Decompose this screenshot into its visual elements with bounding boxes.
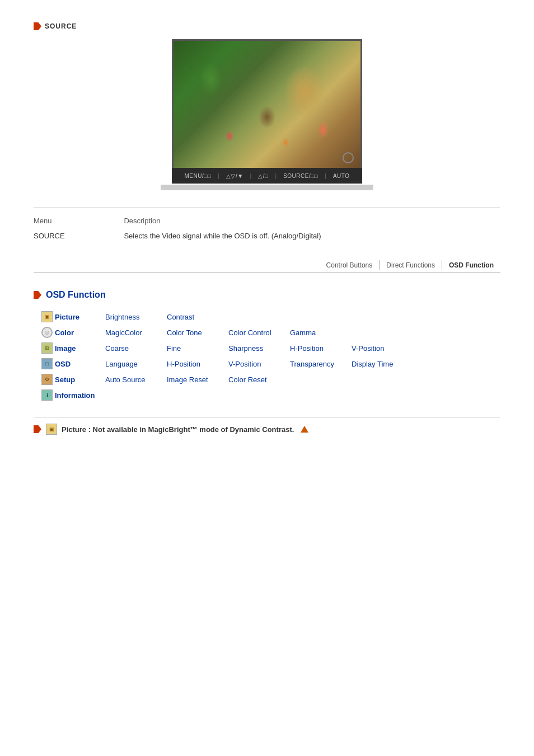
monitor-base-bottom bbox=[161, 185, 373, 190]
category-information: Information bbox=[55, 391, 105, 400]
osd-row-osd: □ OSD Language H-Position V-Position Tra… bbox=[39, 358, 500, 369]
link-image-vposition[interactable]: V-Position bbox=[352, 344, 402, 353]
link-osd-vposition[interactable]: V-Position bbox=[228, 360, 279, 368]
osd-row-setup: ⚙ Setup Auto Source Image Reset Color Re… bbox=[39, 374, 500, 385]
osd-arrow-icon bbox=[34, 291, 41, 299]
link-coarse[interactable]: Coarse bbox=[105, 344, 156, 353]
osd-row-image: ⊞ Image Coarse Fine Sharpness H-Position… bbox=[39, 342, 500, 354]
nav-tabs: Control Buttons Direct Functions OSD Fun… bbox=[34, 260, 500, 273]
monitor-base-top: MENU/□□ | △▽/▼ | △/□ | SOURCE/□□ | AUTO bbox=[172, 168, 362, 184]
osd-header: OSD Function bbox=[34, 290, 500, 300]
setup-icon: ⚙ bbox=[41, 374, 53, 385]
link-gamma[interactable]: Gamma bbox=[290, 328, 340, 337]
row-description: Selects the Video signal while the OSD i… bbox=[124, 228, 500, 243]
tab-osd-function[interactable]: OSD Function bbox=[442, 260, 500, 270]
osd-icon-box: □ bbox=[41, 358, 53, 369]
info-table-section: Menu Description SOURCE Selects the Vide… bbox=[34, 207, 500, 249]
link-auto-source[interactable]: Auto Source bbox=[105, 375, 156, 384]
link-fine[interactable]: Fine bbox=[167, 344, 217, 353]
osd-row-color: ◎ Color MagicColor Color Tone Color Cont… bbox=[39, 327, 500, 338]
color-icon: ◎ bbox=[41, 327, 53, 338]
link-osd-hposition[interactable]: H-Position bbox=[167, 360, 217, 368]
note-warning-icon bbox=[301, 426, 308, 433]
monitor-wrapper: MENU/□□ | △▽/▼ | △/□ | SOURCE/□□ | AUTO bbox=[161, 39, 373, 190]
category-color: Color bbox=[55, 328, 105, 337]
link-image-reset[interactable]: Image Reset bbox=[167, 375, 217, 384]
source-header: SOURCE bbox=[34, 22, 500, 30]
link-sharpness[interactable]: Sharpness bbox=[228, 344, 279, 353]
link-color-reset[interactable]: Color Reset bbox=[228, 375, 279, 384]
source2-button-label[interactable]: SOURCE/□□ bbox=[283, 173, 318, 179]
table-row: SOURCE Selects the Video signal while th… bbox=[34, 228, 500, 243]
monitor-screen bbox=[172, 39, 362, 168]
link-color-tone[interactable]: Color Tone bbox=[167, 328, 217, 337]
information-icon: ℹ bbox=[41, 389, 53, 401]
source-arrow-icon bbox=[34, 22, 41, 30]
category-picture: Picture bbox=[55, 313, 105, 321]
source-title: SOURCE bbox=[45, 22, 77, 30]
category-setup: Setup bbox=[55, 375, 105, 384]
col-menu: Menu bbox=[34, 213, 124, 228]
osd-title: OSD Function bbox=[46, 290, 106, 300]
osd-row-picture: ▣ Picture Brightness Contrast bbox=[39, 311, 500, 322]
osd-table: ▣ Picture Brightness Contrast ◎ Color Ma… bbox=[39, 311, 500, 401]
tab-control-buttons[interactable]: Control Buttons bbox=[320, 260, 380, 270]
link-language[interactable]: Language bbox=[105, 360, 156, 368]
category-osd: OSD bbox=[55, 360, 105, 368]
link-image-hposition[interactable]: H-Position bbox=[290, 344, 340, 353]
auto-button-label[interactable]: AUTO bbox=[333, 173, 350, 179]
osd-row-information: ℹ Information bbox=[39, 389, 500, 401]
note-picture-icon: ▣ bbox=[46, 424, 57, 435]
picture-icon: ▣ bbox=[41, 311, 53, 322]
brightness-button-label[interactable]: △▽/▼ bbox=[226, 173, 243, 179]
link-magiccolor[interactable]: MagicColor bbox=[105, 328, 156, 337]
link-color-control[interactable]: Color Control bbox=[228, 328, 279, 337]
note-section: ▣ Picture : Not available in MagicBright… bbox=[34, 417, 500, 435]
row-menu: SOURCE bbox=[34, 228, 124, 243]
picture-icon-cell: ▣ bbox=[39, 311, 55, 322]
osd-icon-cell: □ bbox=[39, 358, 55, 369]
link-transparency[interactable]: Transparency bbox=[290, 360, 340, 368]
monitor-circle bbox=[343, 152, 354, 163]
menu-button-label[interactable]: MENU/□□ bbox=[184, 173, 211, 179]
image-icon-cell: ⊞ bbox=[39, 342, 55, 354]
link-contrast[interactable]: Contrast bbox=[167, 313, 217, 321]
monitor-container: MENU/□□ | △▽/▼ | △/□ | SOURCE/□□ | AUTO bbox=[34, 39, 500, 190]
image-icon: ⊞ bbox=[41, 342, 53, 354]
note-arrow-icon bbox=[34, 425, 41, 433]
link-brightness[interactable]: Brightness bbox=[105, 313, 156, 321]
source-button-label[interactable]: △/□ bbox=[258, 173, 268, 179]
col-description: Description bbox=[124, 213, 500, 228]
category-image: Image bbox=[55, 344, 105, 353]
color-icon-cell: ◎ bbox=[39, 327, 55, 338]
info-table: Menu Description SOURCE Selects the Vide… bbox=[34, 213, 500, 243]
note-text: Picture : Not available in MagicBright™ … bbox=[62, 425, 294, 434]
setup-icon-cell: ⚙ bbox=[39, 374, 55, 385]
information-icon-cell: ℹ bbox=[39, 389, 55, 401]
link-display-time[interactable]: Display Time bbox=[352, 360, 402, 368]
tab-direct-functions[interactable]: Direct Functions bbox=[380, 260, 442, 270]
